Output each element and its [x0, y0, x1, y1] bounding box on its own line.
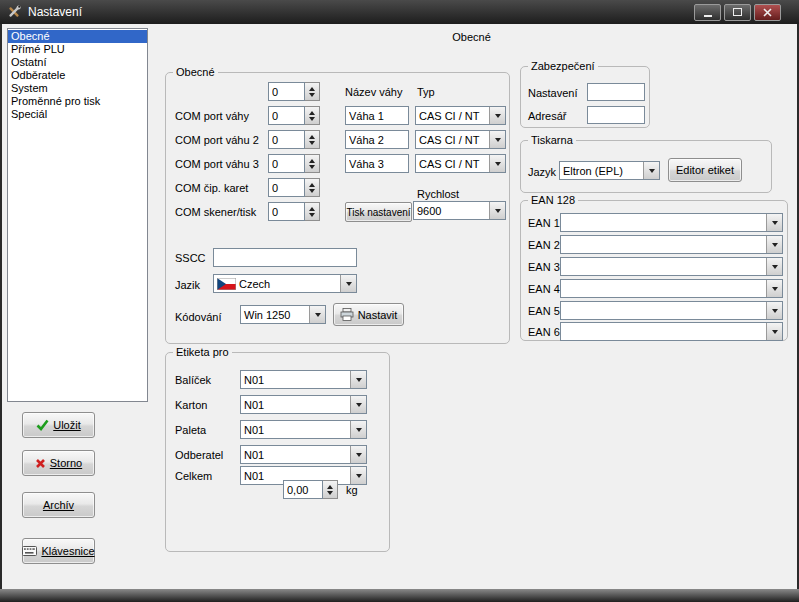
- maximize-button[interactable]: [724, 4, 751, 21]
- scale1-name-input[interactable]: [345, 106, 409, 125]
- spin-updown-button[interactable]: [305, 82, 320, 101]
- chevron-down-icon: [315, 313, 321, 317]
- chip-card-port-input[interactable]: [268, 178, 305, 197]
- chevron-down-icon: [495, 162, 501, 166]
- group-tiskarna-title: Tiskarna: [528, 134, 576, 147]
- carton-combo[interactable]: N01: [240, 395, 367, 414]
- ean3-combo[interactable]: [560, 257, 783, 276]
- package-combo[interactable]: N01: [240, 370, 367, 389]
- ean6-combo[interactable]: [560, 322, 783, 341]
- printer-language-label: Jazyk: [528, 166, 556, 178]
- spin-updown-button[interactable]: [305, 202, 320, 221]
- scale2-port-spinner: [268, 130, 320, 149]
- keyboard-button[interactable]: Klávesnice: [22, 538, 95, 564]
- ean4-combo[interactable]: [560, 279, 783, 298]
- cancel-button[interactable]: Storno: [22, 450, 95, 476]
- chevron-down-icon: [356, 428, 362, 432]
- security-settings-input[interactable]: [587, 83, 645, 101]
- scale1-port-input[interactable]: [268, 106, 305, 125]
- com-port-vahu3-label: COM port váhu 3: [175, 158, 259, 170]
- keyboard-button-label: Klávesnice: [41, 545, 94, 557]
- combo-dropdown-button[interactable]: [766, 323, 782, 340]
- combo-dropdown-button[interactable]: [489, 155, 505, 172]
- spin-updown-button[interactable]: [305, 130, 320, 149]
- sidebar-item-obecne[interactable]: Obecné: [8, 30, 147, 43]
- titlebar[interactable]: Nastavení: [0, 0, 799, 24]
- spin-updown-button[interactable]: [305, 178, 320, 197]
- save-button[interactable]: Uložit: [22, 412, 95, 438]
- combo-dropdown-button[interactable]: [350, 446, 366, 463]
- security-settings-label: Nastavení: [528, 87, 578, 99]
- combo-dropdown-button[interactable]: [489, 107, 505, 124]
- ean1-combo[interactable]: [560, 213, 783, 232]
- combo-dropdown-button[interactable]: [643, 162, 659, 179]
- sscc-label: SSCC: [175, 252, 206, 264]
- ean5-label: EAN 5: [528, 305, 560, 317]
- combo-dropdown-button[interactable]: [350, 396, 366, 413]
- scale3-name-input[interactable]: [345, 154, 409, 173]
- pallet-label: Paleta: [175, 424, 206, 436]
- chevron-down-icon: [772, 309, 778, 313]
- combo-dropdown-button[interactable]: [350, 421, 366, 438]
- combo-dropdown-button[interactable]: [340, 275, 356, 292]
- scale2-type-combo[interactable]: CAS CI / NT: [415, 130, 506, 149]
- scale3-port-input[interactable]: [268, 154, 305, 173]
- spin-updown-button[interactable]: [305, 106, 320, 125]
- encoding-combo[interactable]: Win 1250: [240, 305, 326, 324]
- scanner-port-spinner: [268, 202, 320, 221]
- label-editor-button[interactable]: Editor etiket: [668, 158, 742, 182]
- speed-combo[interactable]: 9600: [413, 201, 506, 220]
- ean5-combo[interactable]: [560, 301, 783, 320]
- print-settings-button[interactable]: Tisk nastavení: [345, 202, 412, 222]
- combo-dropdown-button[interactable]: [489, 131, 505, 148]
- com-port-input[interactable]: [268, 82, 305, 101]
- scanner-port-input[interactable]: [268, 202, 305, 221]
- combo-dropdown-button[interactable]: [350, 371, 366, 388]
- scale2-name-input[interactable]: [345, 130, 409, 149]
- set-button[interactable]: Nastavit: [333, 303, 404, 326]
- chevron-down-icon: [772, 330, 778, 334]
- chevron-down-icon: [649, 169, 655, 173]
- printer-language-combo[interactable]: Eltron (EPL): [559, 161, 660, 180]
- ean4-label: EAN 4: [528, 283, 560, 295]
- chevron-down-icon: [356, 453, 362, 457]
- minimize-button[interactable]: [694, 4, 721, 21]
- close-button[interactable]: [754, 4, 781, 21]
- scale3-type-combo[interactable]: CAS CI / NT: [415, 154, 506, 173]
- group-obecne-title: Obecné: [173, 66, 218, 79]
- language-label: Jazik: [175, 279, 200, 291]
- spin-updown-button[interactable]: [305, 154, 320, 173]
- sidebar-item-odberatele[interactable]: Odběratele: [8, 69, 147, 82]
- archive-button-label: Archív: [43, 499, 74, 511]
- pallet-combo[interactable]: N01: [240, 420, 367, 439]
- sscc-input[interactable]: [213, 248, 357, 267]
- combo-dropdown-button[interactable]: [350, 467, 366, 484]
- app-wrench-icon: [6, 4, 22, 20]
- combo-dropdown-button[interactable]: [766, 236, 782, 253]
- combo-dropdown-button[interactable]: [766, 280, 782, 297]
- scale1-type-combo[interactable]: CAS CI / NT: [415, 106, 506, 125]
- customer-value: N01: [241, 449, 350, 461]
- ean2-combo[interactable]: [560, 235, 783, 254]
- sidebar-item-prime-plu[interactable]: Přímé PLU: [8, 43, 147, 56]
- sidebar-item-special[interactable]: Speciál: [8, 108, 147, 121]
- scale2-port-input[interactable]: [268, 130, 305, 149]
- customer-combo[interactable]: N01: [240, 445, 367, 464]
- archive-button[interactable]: Archív: [22, 492, 95, 518]
- language-combo[interactable]: Czech: [213, 274, 357, 293]
- security-directory-input[interactable]: [587, 106, 645, 124]
- combo-dropdown-button[interactable]: [489, 202, 505, 219]
- combo-dropdown-button[interactable]: [309, 306, 325, 323]
- combo-dropdown-button[interactable]: [766, 214, 782, 231]
- spin-updown-button[interactable]: [323, 480, 338, 499]
- spin-up-icon: [309, 135, 315, 139]
- combo-dropdown-button[interactable]: [766, 258, 782, 275]
- sidebar-item-promenne-pro-tisk[interactable]: Proměnné pro tisk: [8, 95, 147, 108]
- sidebar-item-ostatni[interactable]: Ostatní: [8, 56, 147, 69]
- sidebar-item-system[interactable]: System: [8, 82, 147, 95]
- chevron-down-icon: [772, 287, 778, 291]
- weight-input[interactable]: [283, 480, 323, 499]
- chevron-down-icon: [346, 282, 352, 286]
- spin-down-icon: [309, 189, 315, 193]
- combo-dropdown-button[interactable]: [766, 302, 782, 319]
